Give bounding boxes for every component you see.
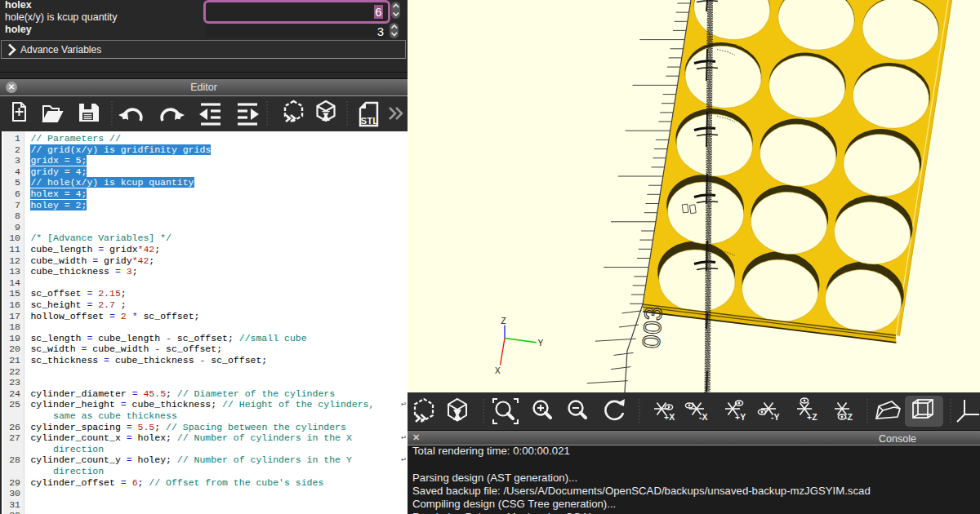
svg-text:+Z: +Z	[807, 412, 817, 422]
svg-text:Z: Z	[501, 317, 506, 326]
svg-text:-Y: -Y	[771, 412, 780, 422]
svg-text:X: X	[495, 366, 501, 375]
svg-text:-Z: -Z	[844, 412, 853, 422]
svg-text:+Y: +Y	[735, 412, 746, 422]
svg-text:Y: Y	[538, 339, 544, 348]
svg-text:+X: +X	[664, 412, 675, 422]
svg-text:STL: STL	[361, 116, 379, 126]
svg-text:-X: -X	[699, 412, 708, 422]
svg-text:003: 003	[637, 305, 667, 349]
